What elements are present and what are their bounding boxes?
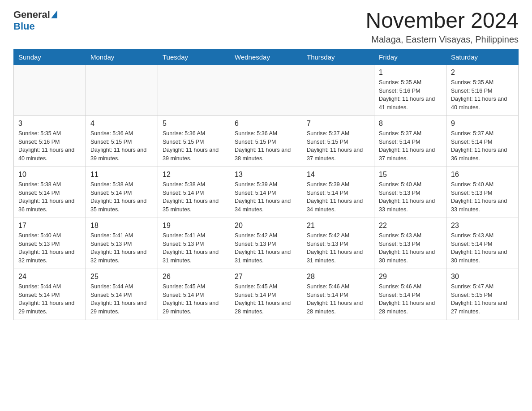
title-area: November 2024 Malaga, Eastern Visayas, P… [365,9,519,45]
day-info: Sunrise: 5:36 AMSunset: 5:15 PMDaylight:… [90,129,153,163]
day-info: Sunrise: 5:38 AMSunset: 5:14 PMDaylight:… [163,180,225,214]
day-number: 14 [307,171,369,179]
day-number: 23 [451,222,514,230]
calendar-body: 1Sunrise: 5:35 AMSunset: 5:16 PMDaylight… [14,64,519,320]
day-number: 13 [235,171,297,179]
col-header-monday: Monday [86,49,158,64]
calendar-cell: 17Sunrise: 5:40 AMSunset: 5:13 PMDayligh… [14,218,86,269]
calendar-cell: 28Sunrise: 5:46 AMSunset: 5:14 PMDayligh… [302,269,374,320]
logo: General Blue [13,9,57,32]
calendar-cell: 22Sunrise: 5:43 AMSunset: 5:13 PMDayligh… [374,218,446,269]
day-info: Sunrise: 5:37 AMSunset: 5:14 PMDaylight:… [379,129,442,163]
day-info: Sunrise: 5:39 AMSunset: 5:14 PMDaylight:… [235,180,297,214]
day-number: 11 [90,171,153,179]
day-info: Sunrise: 5:44 AMSunset: 5:14 PMDaylight:… [90,283,153,316]
calendar-cell: 16Sunrise: 5:40 AMSunset: 5:13 PMDayligh… [446,167,519,218]
day-number: 1 [379,68,442,77]
day-number: 3 [18,120,81,128]
calendar-cell: 5Sunrise: 5:36 AMSunset: 5:15 PMDaylight… [158,116,230,167]
calendar-cell: 2Sunrise: 5:35 AMSunset: 5:16 PMDaylight… [446,64,519,116]
day-info: Sunrise: 5:40 AMSunset: 5:13 PMDaylight:… [18,231,81,265]
logo-blue-text: Blue [13,21,35,32]
col-header-friday: Friday [374,49,446,64]
calendar-cell: 13Sunrise: 5:39 AMSunset: 5:14 PMDayligh… [230,167,302,218]
day-number: 4 [90,120,153,128]
col-header-thursday: Thursday [302,49,374,64]
day-info: Sunrise: 5:35 AMSunset: 5:16 PMDaylight:… [379,78,442,112]
day-number: 28 [307,273,369,281]
day-info: Sunrise: 5:42 AMSunset: 5:13 PMDaylight:… [307,231,369,265]
day-number: 24 [18,273,81,281]
calendar-cell: 10Sunrise: 5:38 AMSunset: 5:14 PMDayligh… [14,167,86,218]
day-number: 2 [451,68,514,77]
week-row-2: 10Sunrise: 5:38 AMSunset: 5:14 PMDayligh… [14,167,519,218]
calendar-cell: 8Sunrise: 5:37 AMSunset: 5:14 PMDaylight… [374,116,446,167]
week-row-3: 17Sunrise: 5:40 AMSunset: 5:13 PMDayligh… [14,218,519,269]
day-info: Sunrise: 5:36 AMSunset: 5:15 PMDaylight:… [235,129,297,163]
day-number: 29 [379,273,442,281]
calendar-cell: 21Sunrise: 5:42 AMSunset: 5:13 PMDayligh… [302,218,374,269]
day-number: 19 [163,222,225,230]
location-subtitle: Malaga, Eastern Visayas, Philippines [365,34,519,45]
calendar-cell: 25Sunrise: 5:44 AMSunset: 5:14 PMDayligh… [86,269,158,320]
calendar-cell: 27Sunrise: 5:45 AMSunset: 5:14 PMDayligh… [230,269,302,320]
col-header-tuesday: Tuesday [158,49,230,64]
calendar-cell: 15Sunrise: 5:40 AMSunset: 5:13 PMDayligh… [374,167,446,218]
day-info: Sunrise: 5:40 AMSunset: 5:13 PMDaylight:… [451,180,514,214]
day-number: 10 [18,171,81,179]
day-info: Sunrise: 5:35 AMSunset: 5:16 PMDaylight:… [451,78,514,112]
day-number: 5 [163,120,225,128]
calendar-cell: 9Sunrise: 5:37 AMSunset: 5:14 PMDaylight… [446,116,519,167]
day-info: Sunrise: 5:46 AMSunset: 5:14 PMDaylight:… [307,283,369,316]
day-number: 30 [451,273,514,281]
calendar-cell [158,64,230,116]
calendar-cell: 30Sunrise: 5:47 AMSunset: 5:15 PMDayligh… [446,269,519,320]
calendar-cell: 24Sunrise: 5:44 AMSunset: 5:14 PMDayligh… [14,269,86,320]
day-info: Sunrise: 5:40 AMSunset: 5:13 PMDaylight:… [379,180,442,214]
day-info: Sunrise: 5:38 AMSunset: 5:14 PMDaylight:… [90,180,153,214]
day-number: 8 [379,120,442,128]
day-number: 26 [163,273,225,281]
day-number: 6 [235,120,297,128]
day-number: 20 [235,222,297,230]
day-info: Sunrise: 5:43 AMSunset: 5:13 PMDaylight:… [379,231,442,265]
logo-triangle-icon [51,10,57,18]
calendar-cell: 20Sunrise: 5:42 AMSunset: 5:13 PMDayligh… [230,218,302,269]
calendar-header: SundayMondayTuesdayWednesdayThursdayFrid… [14,49,519,64]
logo-general-text: General [13,9,50,21]
col-header-wednesday: Wednesday [230,49,302,64]
day-info: Sunrise: 5:44 AMSunset: 5:14 PMDaylight:… [18,283,81,316]
calendar-cell [14,64,86,116]
day-number: 15 [379,171,442,179]
day-info: Sunrise: 5:41 AMSunset: 5:13 PMDaylight:… [90,231,153,265]
calendar-cell: 29Sunrise: 5:46 AMSunset: 5:14 PMDayligh… [374,269,446,320]
calendar-cell: 4Sunrise: 5:36 AMSunset: 5:15 PMDaylight… [86,116,158,167]
day-info: Sunrise: 5:41 AMSunset: 5:13 PMDaylight:… [163,231,225,265]
day-info: Sunrise: 5:45 AMSunset: 5:14 PMDaylight:… [235,283,297,316]
day-number: 22 [379,222,442,230]
day-info: Sunrise: 5:36 AMSunset: 5:15 PMDaylight:… [163,129,225,163]
calendar-cell: 14Sunrise: 5:39 AMSunset: 5:14 PMDayligh… [302,167,374,218]
week-row-1: 3Sunrise: 5:35 AMSunset: 5:16 PMDaylight… [14,116,519,167]
day-number: 25 [90,273,153,281]
calendar-cell [230,64,302,116]
day-info: Sunrise: 5:46 AMSunset: 5:14 PMDaylight:… [379,283,442,316]
month-title: November 2024 [365,9,519,33]
page-header: General Blue November 2024 Malaga, Easte… [13,9,519,45]
day-info: Sunrise: 5:39 AMSunset: 5:14 PMDaylight:… [307,180,369,214]
calendar-cell: 6Sunrise: 5:36 AMSunset: 5:15 PMDaylight… [230,116,302,167]
week-row-4: 24Sunrise: 5:44 AMSunset: 5:14 PMDayligh… [14,269,519,320]
day-number: 27 [235,273,297,281]
calendar-cell [302,64,374,116]
calendar-cell [86,64,158,116]
calendar-cell: 12Sunrise: 5:38 AMSunset: 5:14 PMDayligh… [158,167,230,218]
day-info: Sunrise: 5:38 AMSunset: 5:14 PMDaylight:… [18,180,81,214]
day-info: Sunrise: 5:45 AMSunset: 5:14 PMDaylight:… [163,283,225,316]
calendar-cell: 18Sunrise: 5:41 AMSunset: 5:13 PMDayligh… [86,218,158,269]
col-header-saturday: Saturday [446,49,519,64]
calendar-table: SundayMondayTuesdayWednesdayThursdayFrid… [13,49,519,320]
day-number: 18 [90,222,153,230]
day-info: Sunrise: 5:47 AMSunset: 5:15 PMDaylight:… [451,283,514,316]
week-row-0: 1Sunrise: 5:35 AMSunset: 5:16 PMDaylight… [14,64,519,116]
day-number: 7 [307,120,369,128]
